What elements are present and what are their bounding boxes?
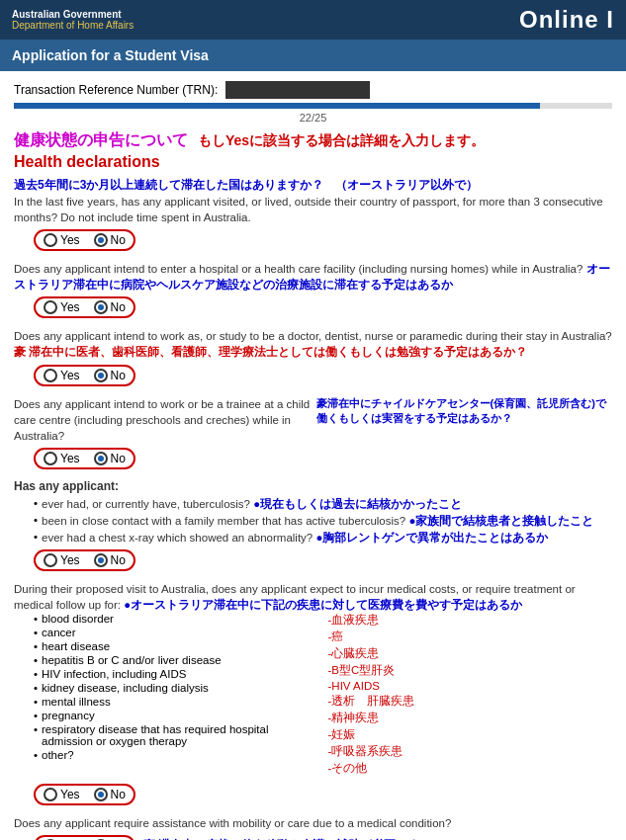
q4-yes-circle[interactable] [44,452,57,465]
trn-value: ■■■■■■■■■ [225,81,369,99]
q1-no[interactable]: No [94,233,126,247]
q6-ja: 豪 滞在中に病状に伴う移動や介護の補助が必要ですか？ [143,837,443,840]
q2-yes-circle[interactable] [44,300,57,314]
q4-yes[interactable]: Yes [44,452,80,465]
q5-radio-group: Yes No [34,784,135,805]
q1-radio-group: Yes No [34,229,135,251]
q3-radio-group: Yes No [34,365,135,386]
q4-block: Does any applicant intend to work or be … [14,396,612,469]
q5-col-en: •blood disorder •cancer •heart disease •… [34,613,318,778]
section-heading-yes-note: もしYesに該当する場合は詳細を入力します。 [198,132,485,150]
page-header: Australian Government Department of Home… [0,0,626,40]
has-any-yes[interactable]: Yes [44,553,80,567]
section-heading-ja: 健康状態の申告について [14,130,188,151]
q2-block: Does any applicant intend to enter a hos… [14,261,612,318]
has-any-no-circle[interactable] [94,553,108,567]
gov-logo: Australian Government Department of Home… [12,9,134,31]
section-heading-en: Health declarations [14,153,612,171]
has-any-bullet-3: • ever had a chest x-ray which showed an… [34,531,612,546]
gov-text: Australian Government [12,9,134,20]
q1-yes-circle[interactable] [44,233,57,247]
q1-en: In the last five years, has any applican… [14,194,612,225]
q2-en: Does any applicant intend to enter a hos… [14,261,612,293]
progress-bar-fill [14,103,540,109]
has-any-label: Has any applicant: [14,479,612,493]
app-title: Application for a Student Visa [12,47,209,63]
has-any-bullet-1: • ever had, or currently have, tuberculo… [34,497,612,512]
q4-radio-group: Yes No [34,448,135,469]
main-content: Transaction Reference Number (TRN): ■■■■… [0,71,626,840]
q6-block: Does any applicant require assistance wi… [14,815,612,840]
q2-no-circle[interactable] [94,300,108,314]
progress-bar-container [14,103,612,109]
app-title-bar: Application for a Student Visa [0,40,626,71]
trn-label: Transaction Reference Number (TRN): [14,83,218,97]
q5-yes-circle[interactable] [44,788,57,801]
q4-ja: 豪滞在中にチャイルドケアセンター(保育園、託児所含む)で働くもしくは実習をする予… [316,396,613,426]
q5-no-circle[interactable] [94,788,108,801]
q4-no-circle[interactable] [94,452,108,465]
has-any-bullet-2: • been in close contact with a family me… [34,514,612,529]
q1-block: 過去5年間に3か月以上連続して滞在した国はありますか？ （オーストラリア以外で）… [14,177,612,251]
section-heading-row: 健康状態の申告について もしYesに該当する場合は詳細を入力します。 [14,130,612,151]
q6-en: Does any applicant require assistance wi… [14,815,612,831]
q2-no[interactable]: No [94,300,126,314]
q5-block: During their proposed visit to Australia… [14,581,612,805]
has-any-no[interactable]: No [94,553,126,567]
site-title: Online I [519,6,614,34]
q3-en: Does any applicant intend to work as, or… [14,328,612,360]
progress-text: 22/25 [300,112,327,124]
q5-lists: •blood disorder •cancer •heart disease •… [34,613,612,778]
trn-row: Transaction Reference Number (TRN): ■■■■… [14,81,612,99]
q5-col-ja: -血液疾患 -癌 -心臓疾患 -B型C型肝炎 -HIV AIDS -透析 肝臓疾… [328,613,613,778]
q2-yes[interactable]: Yes [44,300,80,314]
q2-radio-group: Yes No [34,296,135,318]
q4-en: Does any applicant intend to work or be … [14,396,311,444]
has-any-block: Has any applicant: • ever had, or curren… [14,479,612,571]
q1-ja: 過去5年間に3か月以上連続して滞在した国はありますか？ （オーストラリア以外で） [14,177,612,194]
progress-section: 22/25 [14,103,612,125]
q5-no[interactable]: No [94,788,126,801]
q1-yes[interactable]: Yes [44,233,80,247]
q1-no-circle[interactable] [94,233,108,247]
q3-block: Does any applicant intend to work as, or… [14,328,612,385]
dept-text: Department of Home Affairs [12,20,134,31]
q5-en: During their proposed visit to Australia… [14,581,612,613]
has-any-bullets: • ever had, or currently have, tuberculo… [34,497,612,546]
q6-radio-group: Yes No [34,835,135,840]
q3-yes-circle[interactable] [44,369,57,382]
has-any-yes-circle[interactable] [44,553,57,567]
q3-yes[interactable]: Yes [44,369,80,382]
q4-no[interactable]: No [94,452,126,465]
q3-no-circle[interactable] [94,369,108,382]
q5-yes[interactable]: Yes [44,788,80,801]
q3-no[interactable]: No [94,369,126,382]
has-any-radio-group: Yes No [34,549,135,571]
